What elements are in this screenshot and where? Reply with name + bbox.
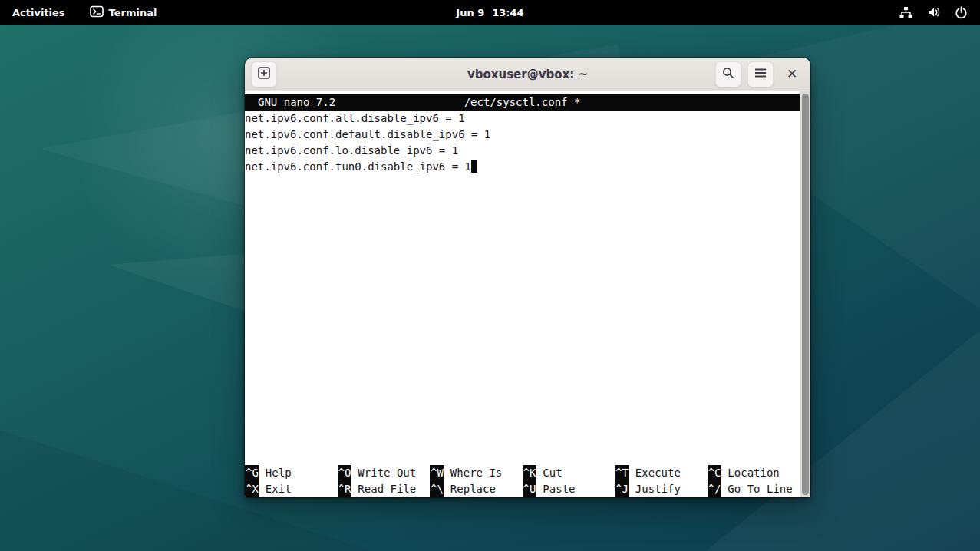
focused-app-menu[interactable]: Terminal [78, 0, 170, 25]
top-bar: Activities Terminal Jun 9 13:44 [0, 0, 980, 25]
clock-button[interactable]: Jun 9 13:44 [447, 0, 533, 25]
buffer-line: net.ipv6.conf.tun0.disable_ipv6 = 1 [245, 159, 800, 175]
terminal-scrollbar[interactable] [800, 91, 810, 497]
nano-shortcut: ^WWhere Is [430, 465, 523, 481]
nano-buffer: net.ipv6.conf.all.disable_ipv6 = 1net.ip… [245, 111, 800, 175]
terminal-window: vboxuser@vbox: ~ [245, 58, 810, 497]
nano-shortcut: ^UPaste [523, 481, 615, 497]
menu-button[interactable] [747, 61, 774, 87]
activities-button[interactable]: Activities [0, 0, 78, 25]
nano-shortcut: ^CLocation [708, 465, 800, 481]
hamburger-menu-icon [754, 67, 767, 81]
clock-date: Jun 9 [456, 7, 484, 18]
nano-titlebar: GNU nano 7.2 /ect/sysctl.conf * [245, 94, 800, 111]
close-button[interactable]: ✕ [780, 62, 804, 87]
volume-icon[interactable] [927, 6, 941, 18]
activities-label: Activities [12, 7, 65, 18]
nano-shortcut: ^KCut [523, 465, 615, 481]
new-tab-icon [257, 66, 271, 82]
network-icon[interactable] [899, 6, 913, 18]
search-button[interactable] [715, 61, 741, 87]
buffer-line: net.ipv6.conf.lo.disable_ipv6 = 1 [245, 143, 800, 159]
nano-filename: /ect/sysctl.conf * [464, 94, 581, 111]
terminal-content[interactable]: GNU nano 7.2 /ect/sysctl.conf * net.ipv6… [245, 91, 810, 497]
nano-shortcut: ^OWrite Out [338, 465, 431, 481]
power-icon[interactable] [955, 6, 968, 19]
search-icon [721, 66, 735, 82]
buffer-line: net.ipv6.conf.default.disable_ipv6 = 1 [245, 127, 800, 143]
nano-shortcut: ^RRead File [338, 481, 431, 497]
nano-version: GNU nano 7.2 [258, 94, 335, 111]
nano-empty-area [245, 175, 800, 465]
scrollbar-thumb[interactable] [802, 94, 809, 495]
nano-shortcut: ^TExecute [615, 465, 708, 481]
text-cursor [471, 160, 477, 173]
nano-shortcut: ^XExit [245, 481, 338, 497]
new-tab-button[interactable] [251, 61, 277, 87]
nano-shortcut: ^JJustify [615, 481, 708, 497]
nano-shortcut: ^/Go To Line [708, 481, 800, 497]
close-icon: ✕ [787, 66, 797, 82]
window-title: vboxuser@vbox: ~ [467, 68, 588, 81]
system-status-area[interactable] [886, 0, 980, 25]
buffer-line: net.ipv6.conf.all.disable_ipv6 = 1 [245, 111, 800, 127]
clock-time: 13:44 [492, 7, 523, 18]
nano-shortcuts: ^GHelp^OWrite Out^WWhere Is^KCut^TExecut… [245, 465, 800, 497]
nano-shortcut: ^GHelp [245, 465, 338, 481]
nano-shortcut: ^\Replace [430, 481, 523, 497]
terminal-icon [90, 5, 104, 20]
focused-app-label: Terminal [109, 7, 157, 18]
window-titlebar[interactable]: vboxuser@vbox: ~ [245, 58, 810, 91]
